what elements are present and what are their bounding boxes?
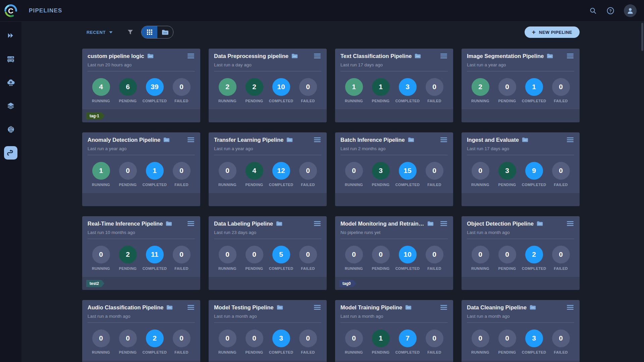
pipeline-title: Batch Inference Pipeline	[340, 137, 405, 143]
pending-count: 0	[498, 329, 516, 347]
pipeline-card[interactable]: Model Training Pipeline Last run a month…	[335, 300, 453, 362]
pipeline-card[interactable]: Text Classification Pipeline Last run 17…	[335, 49, 453, 122]
running-label: RUNNING	[345, 266, 363, 270]
failed-count: 0	[299, 78, 317, 96]
card-menu-button[interactable]	[187, 53, 195, 59]
vertical-scrollbar[interactable]	[641, 23, 643, 51]
card-menu-button[interactable]	[440, 304, 448, 310]
pending-count: 0	[119, 162, 137, 180]
card-menu-button[interactable]	[566, 53, 574, 59]
run-stats: 0 RUNNING 0 PENDING 2 COMPLETED 0 FAILED	[462, 239, 580, 277]
pipeline-card[interactable]: Ingest and Evaluate Last run 17 days ago	[462, 132, 580, 206]
project-folder-icon	[427, 221, 434, 226]
clearml-logo[interactable]: C	[0, 0, 21, 21]
card-menu-button[interactable]	[187, 137, 195, 143]
pipeline-card[interactable]: custom pipeline logic Last run 20 hours …	[82, 49, 200, 122]
pending-label: PENDING	[119, 350, 137, 354]
completed-count: 5	[272, 246, 290, 263]
last-run-text: Last run 23 days ago	[214, 230, 321, 239]
pipeline-tag: tag-1	[86, 112, 105, 120]
pending-count: 0	[246, 246, 263, 263]
user-avatar-icon[interactable]	[624, 4, 637, 17]
plus-icon: +	[532, 29, 536, 35]
run-stats: 0 RUNNING 4 PENDING 12 COMPLETED 0 FAILE…	[209, 155, 327, 193]
sidebar-item-applications[interactable]	[4, 76, 17, 89]
pipeline-card[interactable]: Model Testing Pipeline Last run a month …	[209, 300, 327, 362]
stat-running: 4 RUNNING	[88, 78, 114, 103]
completed-label: COMPLETED	[269, 350, 293, 354]
stat-pending: 0 PENDING	[114, 162, 141, 187]
pipeline-card[interactable]: Image Segmentation Pipeline Last run a y…	[462, 49, 580, 122]
sidebar-item-pipelines[interactable]	[4, 146, 17, 160]
card-menu-button[interactable]	[313, 221, 321, 227]
running-label: RUNNING	[218, 266, 236, 270]
pending-count: 4	[246, 162, 263, 180]
stat-running: 0 RUNNING	[214, 329, 241, 354]
stat-running: 0 RUNNING	[340, 246, 367, 270]
pending-label: PENDING	[498, 183, 516, 187]
card-menu-button[interactable]	[440, 221, 448, 227]
pipeline-title: Data Cleaning Pipeline	[467, 304, 527, 311]
card-menu-button[interactable]	[566, 221, 574, 227]
pipeline-card[interactable]: Data Preprocessing pipeline Last run a d…	[209, 49, 327, 122]
layers-icon	[6, 102, 15, 110]
run-stats: 4 RUNNING 6 PENDING 39 COMPLETED 0 FAILE…	[82, 71, 200, 109]
project-folder-icon	[166, 305, 173, 310]
stat-pending: 0 PENDING	[241, 246, 268, 270]
pipeline-card[interactable]: Data Labeling Pipeline Last run 23 days …	[209, 216, 327, 290]
failed-count: 0	[426, 246, 443, 263]
stat-failed: 0 FAILED	[547, 329, 574, 354]
pipeline-card[interactable]: Model Monitoring and Retraining No pipel…	[335, 216, 453, 290]
card-menu-button[interactable]	[187, 304, 195, 310]
card-menu-button[interactable]	[440, 53, 448, 59]
help-icon[interactable]: ?	[606, 7, 614, 15]
stat-failed: 0 FAILED	[547, 162, 574, 187]
running-label: RUNNING	[345, 99, 363, 103]
project-folder-icon	[277, 305, 283, 310]
card-menu-button[interactable]	[313, 53, 321, 59]
new-pipeline-button[interactable]: + NEW PIPELINE	[525, 26, 580, 38]
card-menu-button[interactable]	[187, 221, 195, 227]
folder-view-button[interactable]	[157, 26, 173, 38]
completed-count: 2	[146, 329, 164, 347]
last-run-text: Last run a year ago	[88, 146, 195, 155]
pending-count: 2	[246, 78, 263, 96]
pipeline-card[interactable]: Transfer Learning Pipeline Last run a ye…	[209, 132, 327, 206]
card-menu-button[interactable]	[566, 304, 574, 310]
pipeline-card[interactable]: Anomaly Detection Pipeline Last run a ye…	[82, 132, 200, 206]
pipeline-card[interactable]: Real-Time Inference Pipeline Last run 10…	[82, 216, 200, 290]
pipeline-card[interactable]: Audio Classification Pipeline Last run a…	[82, 300, 200, 362]
svg-text:?: ?	[609, 9, 611, 13]
completed-count: 2	[525, 246, 543, 263]
search-icon[interactable]	[589, 7, 597, 15]
sidebar-item-models[interactable]	[4, 123, 17, 136]
stat-completed: 11 COMPLETED	[141, 246, 168, 270]
sidebar-item-workers-queues[interactable]	[4, 52, 17, 66]
card-footer: tag-1	[82, 109, 200, 122]
sidebar-item-datasets[interactable]	[4, 99, 17, 113]
run-stats: 1 RUNNING 1 PENDING 3 COMPLETED 0 FAILED	[335, 71, 453, 109]
completed-label: COMPLETED	[269, 183, 293, 187]
pipeline-card[interactable]: Object Detection Pipeline Last run a mon…	[462, 216, 580, 290]
card-header: Model Testing Pipeline Last run a month …	[209, 300, 327, 323]
card-menu-button[interactable]	[313, 304, 321, 310]
card-menu-button[interactable]	[313, 137, 321, 143]
filter-button[interactable]	[127, 29, 133, 35]
run-stats: 2 RUNNING 0 PENDING 1 COMPLETED 0 FAILED	[462, 71, 580, 109]
card-menu-button[interactable]	[440, 137, 448, 143]
stat-pending: 1 PENDING	[367, 78, 394, 103]
brain-icon	[6, 125, 15, 134]
pipeline-title: Model Training Pipeline	[340, 304, 402, 311]
grid-view-button[interactable]	[142, 26, 157, 38]
pending-label: PENDING	[372, 266, 390, 270]
card-menu-button[interactable]	[566, 137, 574, 143]
completed-label: COMPLETED	[143, 350, 167, 354]
running-count: 1	[92, 162, 110, 180]
pipeline-card[interactable]: Data Cleaning Pipeline Last run a month …	[462, 300, 580, 362]
pipeline-card[interactable]: Batch Inference Pipeline Last run 2 mont…	[335, 132, 453, 206]
stat-running: 0 RUNNING	[467, 246, 494, 270]
stat-pending: 4 PENDING	[241, 162, 268, 187]
sidebar-item-projects[interactable]	[4, 29, 17, 42]
sort-dropdown[interactable]: RECENT	[87, 30, 113, 35]
card-header: Audio Classification Pipeline Last run a…	[82, 300, 200, 323]
